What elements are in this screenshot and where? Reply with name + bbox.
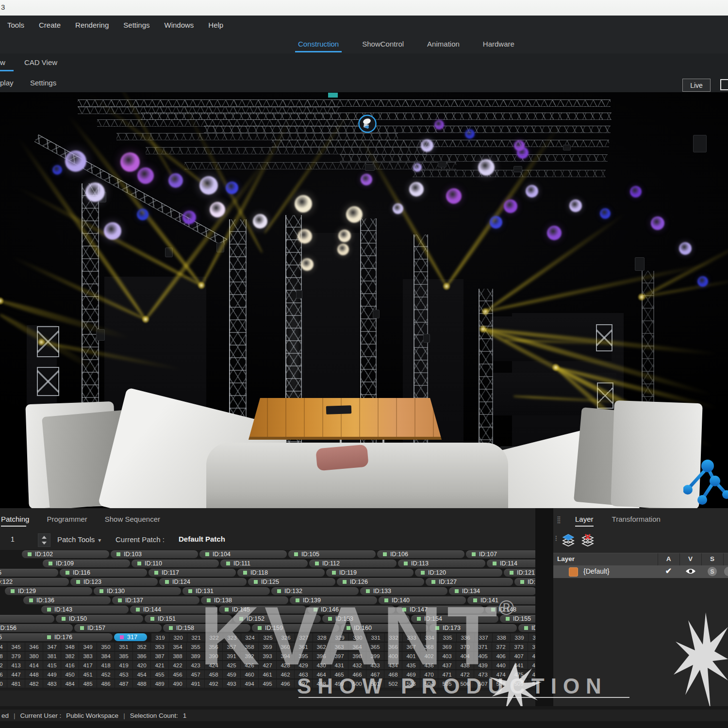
patch-cell[interactable]: ID:143 <box>41 606 129 613</box>
channel-cell[interactable]: 340 <box>529 633 535 642</box>
channel-cell[interactable]: 459 <box>223 670 241 678</box>
channel-cell[interactable]: 501 <box>366 679 384 688</box>
fixture-hint-icon[interactable] <box>358 114 377 133</box>
channel-cell[interactable]: 387 <box>151 652 169 660</box>
channel-cell[interactable]: 338 <box>493 633 511 642</box>
patch-cell[interactable]: ID:131 <box>182 587 270 595</box>
channel-cell[interactable]: 493 <box>223 679 241 688</box>
patch-cell[interactable]: ID:176 <box>41 633 113 641</box>
channel-cell[interactable]: 396 <box>313 652 331 660</box>
channel-cell[interactable]: 322 <box>205 633 223 642</box>
channel-cell[interactable]: 481 <box>7 679 25 688</box>
channel-cell[interactable]: 382 <box>61 652 79 660</box>
channel-cell[interactable]: 364 <box>348 643 366 651</box>
patch-cell[interactable]: ID:158 <box>163 624 250 632</box>
channel-cell[interactable]: 482 <box>25 679 43 688</box>
channel-cell[interactable]: 379 <box>7 652 25 660</box>
channel-cell[interactable]: 456 <box>169 670 187 678</box>
channel-cell[interactable]: 326 <box>277 633 295 642</box>
channel-cell[interactable]: 373 <box>510 643 528 651</box>
channel-cell[interactable]: 475 <box>510 670 528 678</box>
channel-cell[interactable]: 495 <box>259 679 277 688</box>
channel-cell[interactable]: 430 <box>313 661 331 669</box>
channel-cell[interactable]: 440 <box>492 661 510 669</box>
channel-cell[interactable]: 424 <box>205 661 223 669</box>
channel-cell[interactable]: 389 <box>187 652 205 660</box>
channel-cell[interactable]: 506 <box>456 679 474 688</box>
channel-cell[interactable]: 508 <box>492 679 510 688</box>
channel-cell[interactable]: 485 <box>79 679 97 688</box>
channel-cell[interactable]: 330 <box>349 633 367 642</box>
channel-cell[interactable]: 353 <box>151 643 169 651</box>
channel-cell[interactable]: 465 <box>331 670 348 678</box>
channel-cell[interactable]: 487 <box>115 679 133 688</box>
channel-cell[interactable]: 455 <box>151 670 169 678</box>
patch-cell[interactable]: ID:160 <box>341 624 428 632</box>
patch-cell[interactable]: ID:134 <box>449 587 535 595</box>
channel-cell[interactable]: 436 <box>420 661 438 669</box>
channel-cell[interactable]: 464 <box>313 670 331 678</box>
channel-cell[interactable]: 437 <box>438 661 456 669</box>
solo-icon[interactable]: S <box>701 567 723 576</box>
channel-cell[interactable]: 336 <box>457 633 475 642</box>
tab-layer[interactable]: Layer <box>575 515 594 527</box>
channel-cell[interactable]: 497 <box>295 679 313 688</box>
channel-cell[interactable]: 406 <box>492 652 510 660</box>
channel-cell[interactable]: 329 <box>331 633 349 642</box>
menu-item-create[interactable]: Create <box>39 21 61 29</box>
patch-cell[interactable]: ID:153 <box>322 615 410 623</box>
patch-cell[interactable]: ID:107 <box>466 550 535 558</box>
channel-cell[interactable]: 500 <box>348 679 366 688</box>
patch-index-input[interactable]: 1 <box>11 535 15 543</box>
channel-cell[interactable]: 357 <box>223 643 241 651</box>
channel-cell[interactable]: 350 <box>97 643 115 651</box>
patch-cell[interactable]: ID:121 <box>504 569 535 577</box>
channel-cell[interactable]: 412 <box>0 661 7 669</box>
channel-cell[interactable]: 363 <box>331 643 348 651</box>
channel-cell[interactable]: 415 <box>43 661 61 669</box>
channel-cell[interactable]: 351 <box>115 643 133 651</box>
channel-cell[interactable]: 468 <box>384 670 402 678</box>
patch-cell[interactable]: ID:146 <box>308 606 395 613</box>
channel-cell[interactable]: 507 <box>474 679 492 688</box>
channel-cell[interactable]: 328 <box>313 633 331 642</box>
channel-cell[interactable]: 470 <box>420 670 438 678</box>
channel-cell[interactable]: 503 <box>402 679 420 688</box>
channel-cell[interactable]: 337 <box>475 633 493 642</box>
channel-cell[interactable]: 435 <box>402 661 420 669</box>
channel-cell[interactable]: 362 <box>313 643 331 651</box>
delete-layer-icon[interactable] <box>581 533 594 547</box>
channel-cell[interactable]: 395 <box>295 652 313 660</box>
channel-cell[interactable]: 505 <box>438 679 456 688</box>
channel-cell[interactable]: 486 <box>97 679 115 688</box>
menu-item-tools[interactable]: Tools <box>7 21 24 29</box>
channel-cell[interactable]: 460 <box>241 670 259 678</box>
channel-cell[interactable]: 442 <box>528 661 535 669</box>
patch-cell[interactable]: ID:120 <box>415 569 502 577</box>
3d-viewport[interactable] <box>0 92 728 508</box>
patch-cell[interactable]: ID:106 <box>377 550 464 558</box>
patch-cell[interactable]: ID:141 <box>467 596 535 604</box>
patch-cell[interactable]: ID:130 <box>94 587 181 595</box>
patch-cell[interactable]: ID:137 <box>112 596 199 604</box>
channel-cell[interactable]: 327 <box>295 633 313 642</box>
channel-cell[interactable]: 388 <box>169 652 187 660</box>
channel-cell[interactable]: 407 <box>510 652 528 660</box>
patch-cell[interactable]: ID:114 <box>487 560 535 567</box>
channel-cell[interactable]: 378 <box>0 652 7 660</box>
channel-cell[interactable]: 463 <box>295 670 313 678</box>
channel-cell[interactable]: 450 <box>61 670 79 678</box>
channel-cell[interactable]: 418 <box>97 661 115 669</box>
panel-splitter[interactable] <box>535 508 553 706</box>
channel-cell[interactable]: 510 <box>528 679 535 688</box>
channel-cell[interactable]: 431 <box>331 661 348 669</box>
channel-cell[interactable]: 480 <box>0 679 7 688</box>
tab-cad-view[interactable]: CAD View <box>24 58 57 66</box>
channel-cell[interactable]: 392 <box>241 652 259 660</box>
patch-cell[interactable]: ID:117 <box>149 569 236 577</box>
menu-item-windows[interactable]: Windows <box>164 21 194 29</box>
drag-handle-icon[interactable]: ▪▪▪ <box>555 535 558 541</box>
channel-cell[interactable]: 453 <box>115 670 133 678</box>
channel-cell[interactable]: 356 <box>205 643 223 651</box>
patch-grid[interactable]: ID:102ID:103ID:104ID:105ID:106ID:107ID:1… <box>0 550 535 691</box>
